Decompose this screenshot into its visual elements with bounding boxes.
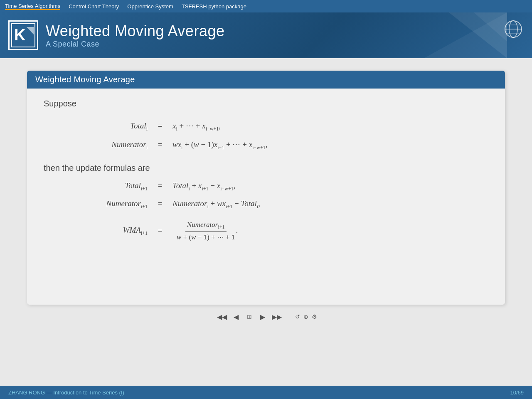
total-rhs: xi + ⋯ + xi−w+1,	[168, 121, 221, 132]
wma-fraction: Numeratori+1 w + (w − 1) + ⋯ + 1	[177, 221, 235, 241]
page-footer: ZHANG RONG — Introduction to Time Series…	[0, 386, 532, 399]
globe-icon	[503, 19, 524, 39]
main-content: Weighted Moving Average Suppose Totali =…	[0, 58, 532, 338]
total-update: Totali+1 = Totali + xi+1 − xi−w+1,	[69, 181, 488, 192]
slide-content: Suppose Totali = xi + ⋯ + xi−w+1, Numer	[27, 89, 505, 305]
page-subtitle: A Special Case	[46, 40, 224, 49]
navigation-controls: ◀◀ ◀ ⊞ ▶ ▶▶ ↺ ⊕ ⚙	[21, 305, 511, 326]
footer-author: ZHANG RONG — Introduction to Time Series…	[8, 389, 124, 396]
page-header: K Weighted Moving Average A Special Case	[0, 12, 532, 58]
wma-lhs: WMAi+1	[69, 226, 152, 236]
wma-rhs: Numeratori+1 w + (w − 1) + ⋯ + 1 .	[168, 221, 238, 241]
math-definitions: Totali = xi + ⋯ + xi−w+1, Numeratori = w…	[44, 121, 488, 151]
nav-next-button[interactable]: ▶	[259, 312, 267, 322]
total-lhs: Totali	[69, 121, 152, 132]
numerator-update-lhs: Numeratori+1	[69, 199, 152, 210]
total-update-rhs: Totali + xi+1 − xi−w+1,	[168, 181, 235, 192]
equals-3: =	[152, 181, 168, 190]
zoom-icon: ⊕	[303, 313, 308, 320]
total-definition: Totali = xi + ⋯ + xi−w+1,	[69, 121, 488, 132]
settings-icon: ⚙	[312, 313, 317, 320]
nav-prev-button[interactable]: ◀	[232, 312, 240, 322]
footer-page: 10/69	[510, 389, 524, 396]
equals-2: =	[152, 140, 168, 149]
header-decoration	[391, 12, 507, 58]
equals-1: =	[152, 121, 168, 131]
svg-marker-9	[474, 12, 507, 42]
slide-title: Weighted Moving Average	[27, 71, 505, 89]
svg-marker-8	[449, 12, 507, 58]
nav-last-button[interactable]: ▶▶	[270, 312, 283, 322]
svg-marker-10	[424, 12, 507, 58]
svg-marker-2	[27, 27, 34, 34]
math-updates: Totali+1 = Totali + xi+1 − xi−w+1, Numer…	[44, 181, 488, 241]
numerator-definition: Numeratori = wxi + (w − 1)xi−1 + ⋯ + xi−…	[69, 140, 488, 151]
top-navigation: Time Series Algorithms Control Chart The…	[0, 0, 532, 12]
nav-time-series[interactable]: Time Series Algorithms	[5, 3, 60, 10]
nav-tsfresh[interactable]: TSFRESH python package	[182, 3, 246, 10]
fraction-denominator: w + (w − 1) + ⋯ + 1	[177, 232, 235, 241]
header-text: Weighted Moving Average A Special Case	[46, 22, 224, 49]
nav-opprentice[interactable]: Opprentice System	[127, 3, 173, 10]
equals-5: =	[152, 227, 168, 236]
numerator-rhs: wxi + (w − 1)xi−1 + ⋯ + xi−w+1,	[168, 140, 267, 151]
nav-control-chart[interactable]: Control Chart Theory	[69, 3, 119, 10]
suppose-label: Suppose	[44, 99, 488, 108]
then-label: then the update formulas are	[44, 163, 488, 173]
presentation-icon: ⊞	[247, 313, 252, 320]
fraction-numerator: Numeratori+1	[185, 221, 227, 232]
logo: K	[8, 20, 38, 50]
wma-update: WMAi+1 = Numeratori+1 w + (w − 1) + ⋯ + …	[69, 221, 488, 241]
slide-box: Weighted Moving Average Suppose Totali =…	[27, 71, 505, 305]
page-title: Weighted Moving Average	[46, 22, 224, 40]
total-update-lhs: Totali+1	[69, 181, 152, 192]
numerator-lhs: Numeratori	[69, 140, 152, 151]
svg-text:K: K	[14, 26, 26, 44]
nav-first-button[interactable]: ◀◀	[215, 312, 229, 322]
numerator-update: Numeratori+1 = Numeratori + wxi+1 − Tota…	[69, 199, 488, 210]
loop-icon: ↺	[295, 313, 300, 320]
equals-4: =	[152, 199, 168, 208]
numerator-update-rhs: Numeratori + wxi+1 − Totali,	[168, 199, 260, 210]
